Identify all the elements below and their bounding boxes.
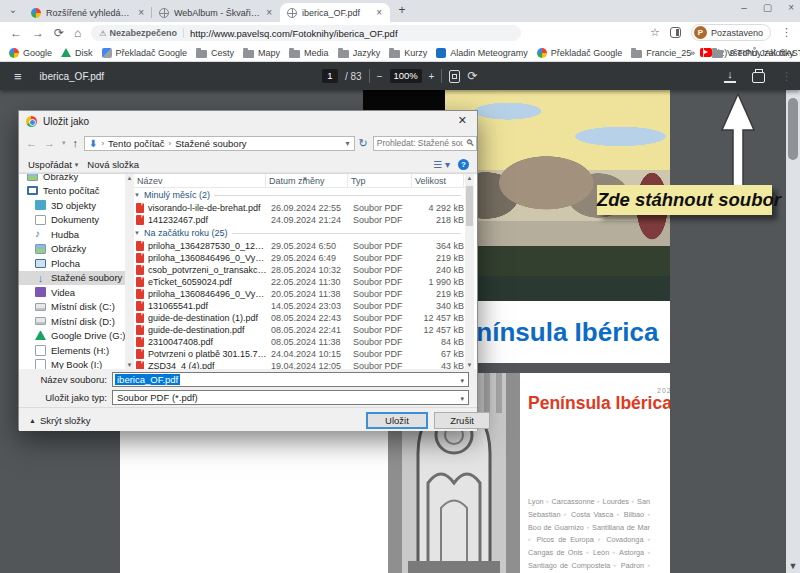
view-mode-icon[interactable]: ☰ ▾ bbox=[433, 159, 450, 170]
scrollbar-thumb[interactable] bbox=[788, 98, 798, 160]
tab-close-icon[interactable]: × bbox=[137, 7, 145, 18]
download-icon[interactable]: ↓ bbox=[724, 70, 736, 83]
home-icon[interactable]: ⌂ bbox=[74, 26, 81, 40]
fit-page-icon[interactable] bbox=[449, 70, 460, 83]
search-input[interactable] bbox=[374, 138, 466, 148]
tab-close-icon[interactable]: × bbox=[265, 7, 273, 18]
sidebar-item-sta-en-soubory[interactable]: ↓Stažené soubory bbox=[19, 271, 125, 286]
file-group-header[interactable]: ▼Minulý měsíc (2) bbox=[134, 188, 465, 202]
scroll-down-icon[interactable]: ▼ bbox=[125, 362, 134, 368]
reload-icon[interactable]: ⟳ bbox=[54, 26, 64, 40]
browser-tab[interactable]: Rozšířené vyhledávání Google× bbox=[24, 3, 152, 22]
file-row[interactable]: guide-de-destination (1).pdf08.05.2024 2… bbox=[134, 312, 465, 324]
file-row[interactable]: guide-de-destination.pdf08.05.2024 22:41… bbox=[134, 324, 465, 336]
security-chip[interactable]: ⚠Nezabezpečeno bbox=[99, 28, 184, 38]
dialog-close-icon[interactable]: ✕ bbox=[458, 114, 467, 127]
filename-input[interactable]: iberica_OF.pdf ▾ bbox=[112, 372, 469, 387]
help-icon[interactable]: ? bbox=[458, 159, 469, 170]
bookmark-item[interactable]: Disk bbox=[61, 48, 93, 58]
file-row[interactable]: priloha_1364287530_0_129244-2024_T_-_...… bbox=[134, 240, 465, 252]
file-row[interactable]: Potvrzeni o platbě 301.15.792447287.1.pd… bbox=[134, 348, 465, 360]
file-group-header[interactable]: ▼Na začátku roku (25) bbox=[134, 226, 465, 240]
sidebar-item-tento-po-ta-[interactable]: Tento počítač bbox=[19, 184, 125, 199]
scroll-up-icon[interactable]: ▲ bbox=[125, 175, 134, 181]
breadcrumb-root[interactable]: Tento počítač bbox=[108, 138, 165, 149]
bookmark-item[interactable]: Francie_25 bbox=[631, 48, 691, 58]
forward-icon[interactable]: → bbox=[32, 26, 44, 40]
minimize-button[interactable]: – bbox=[741, 2, 747, 13]
maximize-button[interactable]: ▢ bbox=[763, 2, 772, 13]
zoom-out-button[interactable]: − bbox=[377, 71, 383, 82]
file-row[interactable]: 2310047408.pdf08.05.2024 11:38Soubor PDF… bbox=[134, 336, 465, 348]
tab-search-icon[interactable]: ⌄ bbox=[4, 2, 22, 20]
save-button[interactable]: Uložit bbox=[366, 412, 428, 429]
bookmark-star-icon[interactable]: ☆ bbox=[650, 26, 660, 39]
nav-up-icon[interactable]: ↑ bbox=[73, 137, 79, 149]
sidebar-item-obr-zky[interactable]: Obrázky bbox=[19, 242, 125, 257]
omnibox[interactable]: ⚠Nezabezpečeno http://www.pavelsq.com/Fo… bbox=[91, 25, 521, 41]
sidebar-item-dokumenty[interactable]: Dokumenty bbox=[19, 213, 125, 228]
bookmark-item[interactable]: Kurzy bbox=[389, 48, 427, 58]
chevron-down-icon[interactable]: ▾ bbox=[460, 377, 464, 385]
breadcrumb-dropdown-icon[interactable]: ▾ bbox=[346, 139, 350, 148]
file-row[interactable]: 131065541.pdf14.05.2024 23:03Soubor PDF3… bbox=[134, 300, 465, 312]
zoom-level[interactable]: 100% bbox=[390, 69, 422, 83]
scrollbar-thumb[interactable] bbox=[466, 186, 473, 226]
column-type[interactable]: Typ bbox=[348, 174, 412, 187]
file-row[interactable]: ZSD34_4 (4).pdf19.04.2024 12:05Soubor PD… bbox=[134, 360, 465, 369]
breadcrumb[interactable]: ⬇ › Tento počítač › Stažené soubory ▾ bbox=[84, 136, 355, 151]
file-row[interactable]: priloha_1360846496_0_Vyzva_f3-f4.pdf20.0… bbox=[134, 288, 465, 300]
refresh-icon[interactable]: ↻ bbox=[359, 137, 368, 150]
sidebar-item-google-drive-g-[interactable]: Google Drive (G:) bbox=[19, 329, 125, 344]
cancel-button[interactable]: Zrušit bbox=[434, 412, 490, 429]
column-size[interactable]: Velikost bbox=[412, 174, 464, 187]
file-row[interactable]: priloha_1360846496_0_Vyzva_f3-f4 (1).pdf… bbox=[134, 252, 465, 264]
file-row[interactable]: eTicket_6059024.pdf22.05.2024 11:30Soubo… bbox=[134, 276, 465, 288]
breadcrumb-current[interactable]: Stažené soubory bbox=[175, 138, 246, 149]
close-button[interactable]: × bbox=[788, 2, 794, 13]
print-icon[interactable] bbox=[752, 72, 765, 83]
sidebar-item-videa[interactable]: Videa bbox=[19, 285, 125, 300]
rotate-icon[interactable]: ⟳ bbox=[467, 69, 477, 83]
nav-back-icon[interactable]: ← bbox=[26, 137, 37, 149]
browser-menu-icon[interactable]: ⋮ bbox=[781, 26, 792, 39]
sidebar-item-plocha[interactable]: Plocha bbox=[19, 256, 125, 271]
sidebar-item-my-book-i-[interactable]: My Book (I:) bbox=[19, 358, 125, 370]
sidebar-item-m-stn-disk-c-[interactable]: Místní disk (C:) bbox=[19, 300, 125, 315]
file-list-scrollbar[interactable]: ▲ ▼ bbox=[465, 174, 474, 369]
side-panel-icon[interactable] bbox=[670, 27, 681, 38]
bookmark-item[interactable]: Mapy bbox=[243, 48, 280, 58]
hide-folders-button[interactable]: ▲Skrýt složky bbox=[29, 415, 91, 426]
back-icon[interactable]: ← bbox=[10, 26, 22, 40]
organize-button[interactable]: Uspořádat▾ bbox=[28, 159, 78, 170]
sidebar-item-obr-zky[interactable]: Obrázky bbox=[19, 174, 125, 184]
bookmark-item[interactable]: Media bbox=[289, 48, 329, 58]
all-bookmarks-button[interactable]: Všechny záložky bbox=[712, 48, 794, 58]
scroll-down-icon[interactable]: ▼ bbox=[465, 362, 474, 368]
bookmark-item[interactable]: Google bbox=[9, 48, 52, 58]
new-tab-button[interactable]: + bbox=[394, 3, 410, 19]
dialog-titlebar[interactable]: Uložit jako ✕ bbox=[19, 111, 477, 131]
bookmark-item[interactable]: Cesty bbox=[196, 48, 234, 58]
search-box[interactable]: 🔍︎ bbox=[373, 136, 477, 151]
chevron-down-icon[interactable]: ▾ bbox=[460, 395, 464, 403]
file-row[interactable]: 141232467.pdf24.09.2024 21:24Soubor PDF2… bbox=[134, 214, 465, 226]
bookmark-item[interactable]: Aladin Meteogramy bbox=[436, 48, 528, 58]
sidebar-item-m-stn-disk-d-[interactable]: Místní disk (D:) bbox=[19, 314, 125, 329]
viewer-scrollbar[interactable]: ▼ bbox=[786, 90, 800, 573]
url-text[interactable]: http://www.pavelsq.com/Fotoknihy/iberica… bbox=[190, 28, 398, 39]
pdf-more-icon[interactable]: ⋮ bbox=[781, 70, 792, 83]
scroll-down-icon[interactable]: ▼ bbox=[786, 561, 800, 571]
browser-tab[interactable]: iberica_OF.pdf× bbox=[280, 3, 390, 22]
zoom-in-button[interactable]: + bbox=[429, 71, 435, 82]
file-row[interactable]: visorando-l-ile-de-brehat.pdf26.09.2024 … bbox=[134, 202, 465, 214]
bookmark-item[interactable]: Jazyky bbox=[338, 48, 381, 58]
sidebar-scrollbar[interactable]: ▲ ▼ bbox=[125, 174, 134, 369]
bookmark-item[interactable]: Překladač Google bbox=[102, 48, 188, 58]
file-row[interactable]: csob_potvrzeni_o_transakci_20240528_10..… bbox=[134, 264, 465, 276]
profile-chip[interactable]: PPozastaveno bbox=[691, 24, 771, 41]
filetype-select[interactable]: Soubor PDF (*.pdf) ▾ bbox=[112, 390, 469, 405]
nav-history-icon[interactable]: ▾ bbox=[62, 139, 66, 147]
nav-forward-icon[interactable]: → bbox=[44, 137, 55, 149]
bookmarks-overflow-icon[interactable]: » bbox=[690, 48, 695, 58]
